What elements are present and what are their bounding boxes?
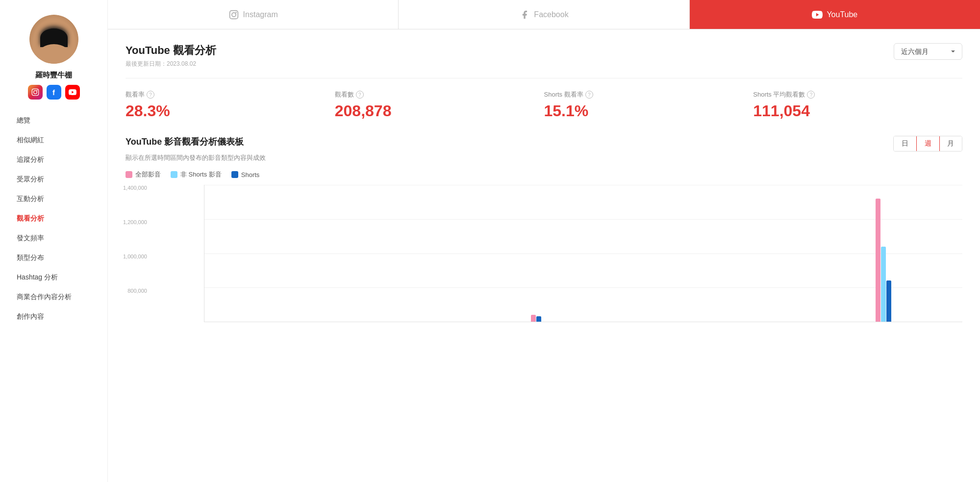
- bar-group: [710, 185, 741, 322]
- stat-view-count: 觀看數 ? 208,878: [335, 90, 544, 120]
- svg-point-1: [33, 91, 37, 94]
- stat-shorts-rate-label: Shorts 觀看率 ?: [544, 90, 744, 99]
- legend-label-non-shorts: 非 Shorts 影音: [180, 170, 222, 179]
- bar-group: [331, 185, 362, 322]
- sidebar-item-view-analysis[interactable]: 觀看分析: [10, 209, 98, 228]
- svg-point-5: [235, 12, 237, 13]
- bar-shorts: [886, 280, 891, 322]
- bar-group: [804, 185, 836, 322]
- bar-all: [876, 199, 880, 322]
- facebook-icon: [519, 9, 530, 20]
- bar-group: [520, 185, 552, 322]
- sidebar: 羅時豐牛棚 f 總覽 相似網紅 追蹤分析 受眾分析 互動分析 觀看分析 發文頻率…: [0, 0, 108, 482]
- stat-shorts-avg-value: 111,054: [753, 102, 953, 120]
- bar-group: [615, 185, 646, 322]
- instagram-icon: [228, 9, 239, 20]
- svg-rect-0: [32, 89, 38, 95]
- info-icon-shorts-rate[interactable]: ?: [585, 91, 593, 99]
- bars-container: [204, 185, 962, 322]
- facebook-social-icon[interactable]: f: [47, 85, 61, 100]
- sidebar-item-type-dist[interactable]: 類型分布: [10, 249, 98, 267]
- svg-rect-3: [229, 10, 238, 19]
- sidebar-item-collab[interactable]: 商業合作內容分析: [10, 288, 98, 306]
- bar-group: [899, 185, 930, 322]
- sidebar-item-interaction[interactable]: 互動分析: [10, 190, 98, 208]
- legend-label-all: 全部影音: [135, 170, 161, 179]
- legend-dot-shorts: [231, 171, 238, 178]
- bar-group: [204, 185, 236, 322]
- bar-group: [836, 185, 867, 322]
- time-btn-day[interactable]: 日: [894, 136, 917, 151]
- sidebar-item-post-freq[interactable]: 發文頻率: [10, 229, 98, 248]
- bar-group: [457, 185, 488, 322]
- sidebar-item-hashtag[interactable]: Hashtag 分析: [10, 268, 98, 287]
- info-icon-view-count[interactable]: ?: [356, 91, 364, 99]
- social-icons-group: f: [28, 85, 80, 100]
- sidebar-item-creation[interactable]: 創作內容: [10, 307, 98, 326]
- y-label-1200000: 1,200,000: [123, 219, 147, 225]
- legend-dot-all: [126, 171, 132, 178]
- bar-group: [362, 185, 394, 322]
- dashboard-subtitle: 顯示在所選時間區間內發布的影音類型內容與成效: [126, 153, 962, 162]
- sidebar-item-overview[interactable]: 總覽: [10, 111, 98, 130]
- chart-area: [204, 185, 962, 322]
- bar-group: [741, 185, 773, 322]
- bar-group: [868, 185, 899, 322]
- bar-group: [426, 185, 457, 322]
- legend-shorts: Shorts: [231, 171, 260, 178]
- dashboard-title: YouTube 影音觀看分析儀表板: [126, 136, 244, 148]
- tab-facebook-label: Facebook: [534, 10, 568, 19]
- time-btn-month[interactable]: 月: [939, 136, 962, 151]
- svg-point-2: [36, 90, 37, 91]
- instagram-social-icon[interactable]: [28, 85, 43, 100]
- main-area: Instagram Facebook YouTube YouTube 觀看分析 …: [108, 0, 980, 482]
- page-subtitle: 最後更新日期：2023.08.02: [126, 60, 216, 68]
- info-icon-shorts-avg[interactable]: ?: [807, 91, 815, 99]
- stat-view-count-label: 觀看數 ?: [335, 90, 534, 99]
- stat-shorts-avg-label: Shorts 平均觀看數 ?: [753, 90, 953, 99]
- legend-label-shorts: Shorts: [241, 171, 260, 178]
- page-title: YouTube 觀看分析: [126, 43, 216, 58]
- bar-group: [394, 185, 426, 322]
- stat-view-rate-value: 28.3%: [126, 102, 325, 120]
- bar-group: [489, 185, 520, 322]
- top-nav: Instagram Facebook YouTube: [108, 0, 980, 29]
- time-toggle: 日 週 月: [893, 136, 962, 152]
- tab-youtube[interactable]: YouTube: [690, 0, 980, 29]
- info-icon-view-rate[interactable]: ?: [147, 91, 154, 99]
- svg-point-4: [231, 12, 235, 16]
- page-header: YouTube 觀看分析 最後更新日期：2023.08.02 近六個月 近三個月…: [126, 43, 962, 78]
- legend-all: 全部影音: [126, 170, 161, 179]
- bar-group: [552, 185, 583, 322]
- legend-non-shorts: 非 Shorts 影音: [171, 170, 222, 179]
- stat-view-rate-label: 觀看率 ?: [126, 90, 325, 99]
- bar-group: [773, 185, 804, 322]
- bar-shorts: [536, 316, 541, 322]
- stats-row: 觀看率 ? 28.3% 觀看數 ? 208,878 Shorts 觀看率 ? 1…: [126, 90, 962, 120]
- sidebar-item-tracking[interactable]: 追蹤分析: [10, 151, 98, 169]
- y-label-1000000: 1,000,000: [123, 254, 147, 259]
- time-btn-week[interactable]: 週: [916, 136, 940, 152]
- stat-shorts-rate: Shorts 觀看率 ? 15.1%: [544, 90, 754, 120]
- tab-instagram[interactable]: Instagram: [108, 0, 399, 29]
- channel-name: 羅時豐牛棚: [35, 71, 72, 80]
- youtube-icon: [812, 9, 823, 20]
- date-filter-select[interactable]: 近六個月 近三個月 近一個月 近一年: [894, 43, 962, 60]
- youtube-social-icon[interactable]: [65, 85, 80, 100]
- tab-youtube-label: YouTube: [827, 10, 857, 19]
- tab-facebook[interactable]: Facebook: [399, 0, 689, 29]
- stat-view-rate: 觀看率 ? 28.3%: [126, 90, 335, 120]
- bar-group: [268, 185, 299, 322]
- page-title-block: YouTube 觀看分析 最後更新日期：2023.08.02: [126, 43, 216, 68]
- sidebar-item-similar[interactable]: 相似網紅: [10, 131, 98, 150]
- sidebar-item-audience[interactable]: 受眾分析: [10, 170, 98, 189]
- bar-group: [583, 185, 615, 322]
- y-axis: 1,400,000 1,200,000 1,000,000 800,000: [123, 185, 151, 322]
- chart-container: 1,400,000 1,200,000 1,000,000 800,000: [165, 185, 962, 322]
- dashboard-section: YouTube 影音觀看分析儀表板 日 週 月 顯示在所選時間區間內發布的影音類…: [126, 136, 962, 322]
- bar-group: [647, 185, 678, 322]
- nav-list: 總覽 相似網紅 追蹤分析 受眾分析 互動分析 觀看分析 發文頻率 類型分布 Ha…: [0, 111, 107, 327]
- y-label-1400000: 1,400,000: [123, 185, 147, 191]
- stat-shorts-rate-value: 15.1%: [544, 102, 744, 120]
- legend-dot-non-shorts: [171, 171, 177, 178]
